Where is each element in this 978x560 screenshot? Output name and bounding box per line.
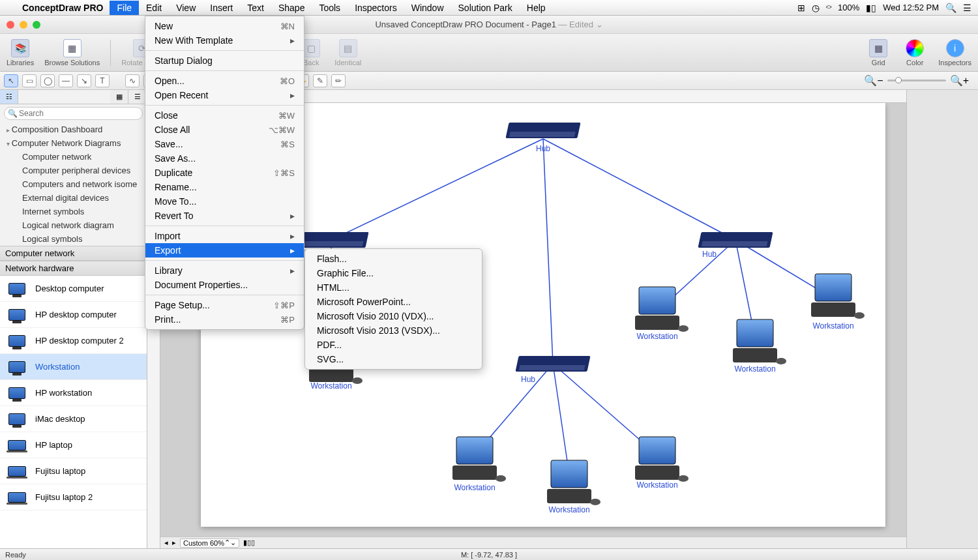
library-header-network-hardware[interactable]: Network hardware (0, 261, 147, 276)
library-item[interactable]: HP laptop (0, 432, 147, 458)
library-item[interactable]: iMac desktop (0, 406, 147, 432)
curve-tool[interactable]: ∿ (125, 74, 140, 87)
hub-right[interactable] (698, 232, 773, 248)
sidebar-search-input[interactable] (4, 107, 143, 120)
menu-file[interactable]: File (110, 1, 139, 15)
export-submenu-item[interactable]: PDF... (305, 338, 482, 352)
wifi-icon[interactable]: ⌔ (826, 3, 831, 13)
export-submenu-item[interactable]: Flash... (305, 252, 482, 266)
tree-leaf[interactable]: Computer network (0, 150, 147, 164)
minimize-window-button[interactable] (20, 21, 27, 29)
format-painter-tool[interactable]: ✏ (331, 74, 346, 87)
file-menu-item[interactable]: Import▸ (145, 229, 304, 243)
menu-insert[interactable]: Insert (203, 1, 240, 15)
library-item[interactable]: HP desktop computer 2 (0, 328, 147, 354)
search-icon[interactable]: 🔍 (945, 3, 956, 13)
file-menu-item[interactable]: Library▸ (145, 263, 304, 278)
eyedropper-tool[interactable]: ✎ (313, 74, 327, 87)
right-panel-collapsed[interactable] (906, 90, 978, 548)
file-menu-item[interactable]: Export▸ (145, 243, 304, 258)
zoom-in-icon[interactable]: 🔍+ (950, 74, 969, 87)
file-menu-item[interactable]: Print...⌘P (145, 312, 304, 327)
tree-leaf[interactable]: Computers and network isome (0, 177, 147, 191)
file-menu-item[interactable]: Move To... (145, 194, 304, 209)
battery-icon[interactable]: ▮▯ (866, 3, 876, 13)
browse-solutions-button[interactable]: ▦Browse Solutions (44, 39, 100, 66)
file-menu-item[interactable]: Open Recent▸ (145, 88, 304, 102)
export-submenu-item[interactable]: SVG... (305, 352, 482, 366)
menu-window[interactable]: Window (404, 1, 451, 15)
rect-tool[interactable]: ▭ (22, 74, 37, 87)
zoom-level-select[interactable]: Custom 60% ⌃⌄ (180, 538, 239, 548)
file-menu-item[interactable]: New⌘N (145, 19, 304, 33)
library-item[interactable]: Desktop computer (0, 276, 147, 302)
text-tool[interactable]: T (95, 74, 110, 87)
file-menu-item[interactable]: New With Template▸ (145, 33, 304, 48)
menubar-time[interactable]: Wed 12:52 PM (883, 3, 939, 12)
page-next-button[interactable]: ▸ (172, 538, 176, 547)
file-menu-item[interactable]: Rename... (145, 180, 304, 194)
file-menu-item[interactable]: Close All⌥⌘W (145, 123, 304, 137)
dashboard-icon[interactable]: ⊞ (797, 3, 805, 13)
library-item[interactable]: Workstation (0, 354, 147, 380)
workstation-7[interactable] (635, 437, 689, 482)
sidebar-tab-list[interactable]: ☰ (128, 90, 147, 104)
sidebar-tab-grid[interactable]: ▦ (110, 90, 128, 104)
zoom-out-icon[interactable]: 🔍− (864, 74, 883, 87)
file-menu-item[interactable]: Document Properties... (145, 278, 304, 292)
page-prev-button[interactable]: ◂ (164, 538, 168, 547)
workstation-4[interactable] (811, 274, 865, 319)
clock-icon[interactable]: ◷ (812, 3, 820, 13)
workstation-6[interactable] (547, 460, 600, 505)
export-submenu-item[interactable]: Microsoft PowerPoint... (305, 295, 482, 309)
hub-left[interactable] (293, 232, 368, 248)
workstation-2[interactable] (635, 287, 689, 332)
file-menu-item[interactable]: Duplicate⇧⌘S (145, 166, 304, 180)
library-item[interactable]: Fujitsu laptop 2 (0, 484, 147, 510)
hub-top[interactable] (505, 123, 580, 138)
inspectors-button[interactable]: iInspectors (938, 39, 971, 66)
connector-tool[interactable]: ↘ (77, 74, 91, 87)
library-header-computer-network[interactable]: Computer network (0, 246, 147, 261)
sidebar-tab-tree[interactable]: ☷ (0, 90, 18, 104)
identical-button[interactable]: ▤Identical (334, 39, 361, 66)
line-tool[interactable]: ― (59, 74, 73, 87)
menu-icon[interactable]: ☰ (963, 3, 971, 13)
tree-computer-network-diagrams[interactable]: Computer Network Diagrams (0, 136, 147, 150)
tree-leaf[interactable]: Logical network diagram (0, 218, 147, 232)
tree-leaf[interactable]: Internet symbols (0, 205, 147, 218)
app-name[interactable]: ConceptDraw PRO (16, 3, 110, 13)
hub-bottom[interactable] (515, 356, 590, 372)
tree-leaf[interactable]: External digital devices (0, 191, 147, 205)
file-menu-item[interactable]: Revert To▸ (145, 209, 304, 223)
tree-leaf[interactable]: Computer peripheral devices (0, 164, 147, 177)
file-menu-item[interactable]: Save As... (145, 151, 304, 166)
menu-help[interactable]: Help (520, 1, 553, 15)
export-submenu-item[interactable]: Microsoft Visio 2013 (VSDX)... (305, 323, 482, 338)
menu-edit[interactable]: Edit (139, 1, 169, 15)
file-menu-item[interactable]: Open...⌘O (145, 74, 304, 88)
library-item[interactable]: Fujitsu laptop (0, 458, 147, 484)
close-window-button[interactable] (7, 21, 14, 29)
menu-tools[interactable]: Tools (312, 1, 348, 15)
menu-inspectors[interactable]: Inspectors (348, 1, 404, 15)
grid-button[interactable]: ▦Grid (865, 39, 891, 66)
workstation-5[interactable] (452, 437, 506, 482)
menu-text[interactable]: Text (240, 1, 271, 15)
export-submenu-item[interactable]: HTML... (305, 280, 482, 295)
file-menu-item[interactable]: Startup Dialog (145, 53, 304, 68)
libraries-button[interactable]: 📚Libraries (7, 39, 34, 66)
export-submenu-item[interactable]: Graphic File... (305, 266, 482, 280)
color-button[interactable]: Color (902, 39, 928, 66)
zoom-slider[interactable]: 🔍− 🔍+ (859, 74, 974, 87)
zoom-window-button[interactable] (33, 21, 40, 29)
page-tabs[interactable]: ▮▯▯ (243, 538, 255, 547)
menu-shape[interactable]: Shape (271, 1, 312, 15)
menu-solution-park[interactable]: Solution Park (451, 1, 520, 15)
tree-composition-dashboard[interactable]: Composition Dashboard (0, 123, 147, 136)
file-menu-item[interactable]: Close⌘W (145, 108, 304, 123)
menu-view[interactable]: View (169, 1, 203, 15)
tree-leaf[interactable]: Logical symbols (0, 232, 147, 246)
export-submenu-item[interactable]: Microsoft Visio 2010 (VDX)... (305, 309, 482, 323)
library-item[interactable]: HP desktop computer (0, 302, 147, 328)
